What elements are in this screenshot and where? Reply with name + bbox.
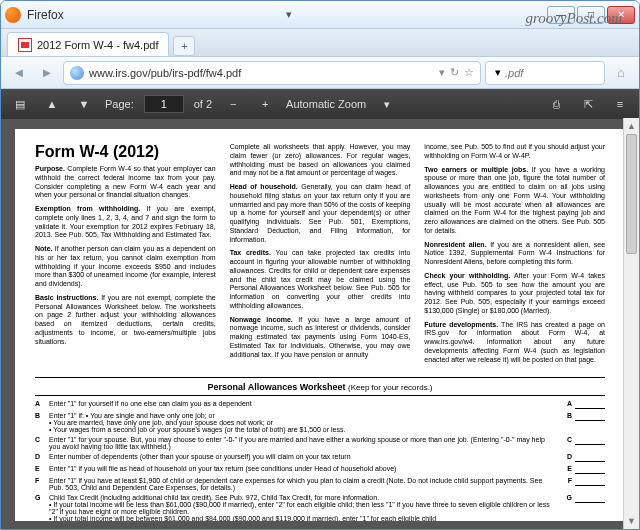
tab-label: 2012 Form W-4 - fw4.pdf [37,39,158,51]
home-button[interactable]: ⌂ [609,61,633,85]
search-engine-dropdown[interactable]: ▾ [495,66,501,79]
new-tab-button[interactable]: + [173,36,195,56]
sidebar-toggle-button[interactable]: ▤ [9,93,31,115]
page-down-button[interactable]: ▼ [73,93,95,115]
bookmark-button[interactable]: ☆ [464,66,474,79]
scroll-down-arrow[interactable]: ▼ [624,513,639,529]
form-title: Form W-4 (2012) [35,143,216,161]
vertical-scrollbar[interactable]: ▲ ▼ [623,118,639,529]
open-file-button[interactable]: ⇱ [577,93,599,115]
page-total: of 2 [194,98,212,110]
pdf-viewport[interactable]: Form W-4 (2012) Purpose. Complete Form W… [1,119,639,530]
zoom-mode[interactable]: Automatic Zoom [286,98,366,110]
scroll-up-arrow[interactable]: ▲ [624,118,639,134]
watermark: groovyPost.com [525,10,622,27]
dropdown-icon[interactable]: ▾ [439,66,445,79]
pdf-page: Form W-4 (2012) Purpose. Complete Form W… [15,129,625,521]
firefox-icon [5,7,21,23]
zoom-dropdown[interactable]: ▾ [376,93,398,115]
scroll-thumb[interactable] [626,134,637,254]
zoom-out-button[interactable]: − [222,93,244,115]
worksheet-title: Personal Allowances Worksheet [207,382,345,392]
page-label: Page: [105,98,134,110]
back-button[interactable]: ◄ [7,61,31,85]
url-input[interactable] [89,67,434,79]
app-name: Firefox [27,8,282,22]
url-bar[interactable]: ▾ ↻ ☆ [63,61,481,85]
firefox-menu-dropdown[interactable]: ▾ [286,8,292,21]
pdf-icon [18,38,32,52]
page-number-input[interactable] [144,95,184,113]
zoom-in-button[interactable]: + [254,93,276,115]
reload-button[interactable]: ↻ [450,66,459,79]
pdf-toolbar: ▤ ▲ ▼ Page: of 2 − + Automatic Zoom ▾ ⎙ … [1,89,639,119]
search-bar[interactable]: ▾ 🔍 [485,61,605,85]
print-button[interactable]: ⎙ [545,93,567,115]
tools-button[interactable]: ≡ [609,93,631,115]
globe-icon [70,66,84,80]
browser-tab[interactable]: 2012 Form W-4 - fw4.pdf [7,32,169,56]
forward-button[interactable]: ► [35,61,59,85]
page-up-button[interactable]: ▲ [41,93,63,115]
